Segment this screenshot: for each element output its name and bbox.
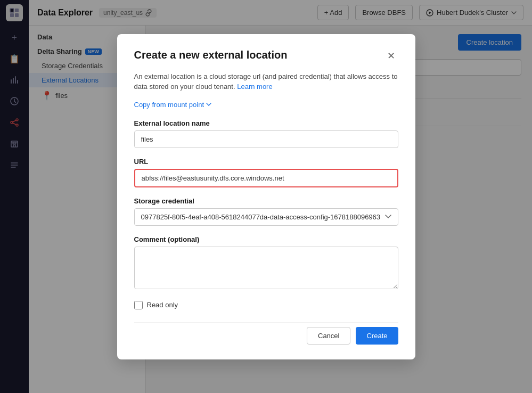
credential-label: Storage credential [134, 197, 398, 205]
comment-label: Comment (optional) [134, 235, 398, 243]
location-name-label: External location name [134, 119, 398, 127]
credential-select[interactable]: 0977825f-80f5-4eaf-a408-5618244077da-dat… [134, 208, 398, 226]
comment-textarea[interactable] [134, 247, 398, 289]
create-button[interactable]: Create [356, 327, 398, 345]
learn-more-link[interactable]: Learn more [237, 83, 272, 91]
readonly-checkbox[interactable] [134, 301, 143, 309]
modal-title: Create a new external location [134, 49, 288, 61]
readonly-label[interactable]: Read only [147, 301, 178, 309]
comment-field: Comment (optional) [134, 235, 398, 291]
readonly-row: Read only [134, 301, 398, 309]
location-name-input[interactable] [134, 130, 398, 148]
modal-close-button[interactable]: ✕ [384, 49, 398, 63]
credential-field: Storage credential 0977825f-80f5-4eaf-a4… [134, 197, 398, 226]
modal-description: An external location is a cloud storage … [134, 71, 398, 92]
copy-from-mount-button[interactable]: Copy from mount point [134, 101, 212, 109]
url-field: URL [134, 158, 398, 187]
cancel-button[interactable]: Cancel [307, 327, 350, 345]
modal-header: Create a new external location ✕ [134, 49, 398, 63]
chevron-copy-icon [206, 103, 211, 106]
location-name-field: External location name [134, 119, 398, 148]
modal-overlay[interactable]: Create a new external location ✕ An exte… [0, 0, 532, 393]
create-location-modal: Create a new external location ✕ An exte… [117, 34, 415, 359]
url-label: URL [134, 158, 398, 166]
modal-footer: Cancel Create [134, 322, 398, 345]
url-input[interactable] [134, 169, 398, 187]
